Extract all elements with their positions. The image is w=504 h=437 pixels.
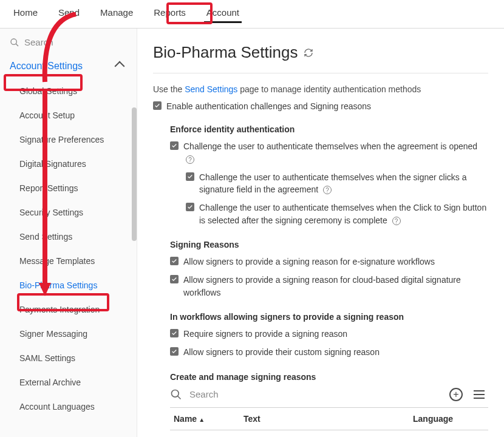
workflow-require-label: Require signers to provide a signing rea… — [183, 328, 347, 340]
challenge-open-row[interactable]: Challenge the user to authenticate thems… — [170, 140, 488, 165]
sidebar-item-security-settings[interactable]: Security Settings — [0, 200, 137, 225]
sort-asc-icon: ▲ — [199, 416, 205, 423]
sidebar: Search Account Settings Global Settings … — [0, 29, 137, 437]
checkbox-icon[interactable] — [153, 101, 162, 110]
sidebar-item-external-archive[interactable]: External Archive — [0, 370, 137, 395]
reason-esig-row[interactable]: Allow signers to provide a signing reaso… — [170, 256, 488, 268]
nav-home[interactable]: Home — [11, 6, 40, 23]
checkbox-icon[interactable] — [170, 275, 179, 283]
workflow-custom-label: Allow signers to provide their custom si… — [183, 346, 380, 358]
search-icon — [170, 388, 182, 401]
challenge-field-label: Challenge the user to authenticate thems… — [199, 171, 488, 196]
nav-reports[interactable]: Reports — [151, 6, 188, 23]
reason-esig-label: Allow signers to provide a signing reaso… — [183, 256, 435, 268]
sidebar-item-signature-preferences[interactable]: Signature Preferences — [0, 127, 137, 152]
sidebar-item-saml-settings[interactable]: SAML Settings — [0, 346, 137, 370]
sidebar-scrollbar[interactable] — [132, 107, 137, 241]
reasons-search-placeholder: Search — [189, 389, 219, 399]
svg-line-3 — [178, 396, 181, 399]
sidebar-item-report-settings[interactable]: Report Settings — [0, 176, 137, 200]
info-icon[interactable]: ? — [392, 217, 401, 225]
workflow-custom-row[interactable]: Allow signers to provide their custom si… — [170, 346, 488, 358]
divider — [153, 73, 488, 73]
refresh-icon[interactable] — [304, 48, 313, 58]
challenge-field-row[interactable]: Challenge the user to authenticate thems… — [186, 171, 488, 196]
main-panel: Bio-Pharma Settings Use the Send Setting… — [137, 29, 504, 437]
top-nav: Home Send Manage Reports Account — [0, 0, 504, 29]
svg-line-1 — [16, 44, 18, 46]
heading-enforce-identity: Enforce identity authentication — [170, 124, 488, 134]
sidebar-section-account-settings[interactable]: Account Settings — [0, 56, 137, 76]
sidebar-item-global-settings[interactable]: Global Settings — [0, 79, 137, 103]
heading-signing-reasons: Signing Reasons — [170, 240, 488, 249]
checkbox-icon[interactable] — [170, 257, 179, 265]
table-row[interactable]: Agree I agree to this English: US — [170, 430, 488, 437]
heading-workflow: In workflows allowing signers to provide… — [170, 312, 488, 322]
sidebar-search-placeholder: Search — [24, 37, 53, 47]
svg-point-2 — [172, 390, 179, 397]
col-name[interactable]: Name▲ — [170, 407, 240, 430]
add-reason-button[interactable]: + — [449, 388, 463, 401]
sidebar-item-message-templates[interactable]: Message Templates — [0, 249, 137, 273]
sidebar-item-payments-integration[interactable]: Payments Integration — [0, 297, 137, 322]
enable-auth-label: Enable authentication challenges and Sig… — [166, 100, 371, 112]
chevron-up-icon — [115, 61, 125, 72]
checkbox-icon[interactable] — [186, 172, 194, 181]
svg-point-0 — [11, 39, 16, 44]
sidebar-item-bio-pharma-settings[interactable]: Bio-Pharma Settings — [0, 273, 137, 297]
menu-icon[interactable] — [474, 390, 485, 399]
send-settings-link[interactable]: Send Settings — [185, 84, 237, 94]
checkbox-icon[interactable] — [186, 203, 194, 211]
sidebar-item-account-languages[interactable]: Account Languages — [0, 395, 137, 419]
search-icon — [10, 38, 19, 47]
info-icon[interactable]: ? — [323, 186, 332, 194]
challenge-click-label: Challenge the user to authenticate thems… — [199, 202, 488, 226]
workflow-require-row[interactable]: Require signers to provide a signing rea… — [170, 328, 488, 340]
reasons-search[interactable]: Search — [170, 388, 219, 401]
cell-lang: English: US — [409, 430, 488, 437]
cell-name: Agree — [170, 430, 240, 437]
sidebar-search[interactable]: Search — [0, 37, 137, 56]
nav-send[interactable]: Send — [56, 6, 82, 23]
challenge-click-row[interactable]: Challenge the user to authenticate thems… — [186, 202, 488, 226]
sidebar-section-label: Account Settings — [10, 61, 83, 72]
reason-cloud-row[interactable]: Allow signers to provide a signing reaso… — [170, 274, 488, 299]
sidebar-item-account-setup[interactable]: Account Setup — [0, 103, 137, 127]
cell-text: I agree to this — [240, 430, 409, 437]
page-title: Bio-Pharma Settings — [153, 43, 488, 62]
reason-cloud-label: Allow signers to provide a signing reaso… — [183, 274, 488, 299]
sidebar-items: Global Settings Account Setup Signature … — [0, 76, 137, 421]
checkbox-icon[interactable] — [170, 347, 179, 356]
nav-manage[interactable]: Manage — [98, 6, 135, 23]
info-icon[interactable]: ? — [186, 155, 194, 164]
sidebar-item-signer-messaging[interactable]: Signer Messaging — [0, 322, 137, 346]
sidebar-item-send-settings[interactable]: Send Settings — [0, 225, 137, 249]
heading-create-reasons: Create and manage signing reasons — [170, 372, 488, 382]
enable-auth-row[interactable]: Enable authentication challenges and Sig… — [153, 100, 488, 112]
checkbox-icon[interactable] — [170, 141, 179, 150]
reasons-table: Name▲ Text Language Agree I agree to thi… — [170, 407, 488, 437]
challenge-open-label: Challenge the user to authenticate thems… — [183, 140, 488, 165]
sidebar-item-digital-signatures[interactable]: Digital Signatures — [0, 152, 137, 176]
checkbox-icon[interactable] — [170, 329, 179, 337]
col-language[interactable]: Language — [409, 407, 488, 430]
intro-text: Use the Send Settings page to manage ide… — [153, 84, 488, 94]
nav-account[interactable]: Account — [204, 6, 242, 23]
col-text[interactable]: Text — [240, 407, 409, 430]
